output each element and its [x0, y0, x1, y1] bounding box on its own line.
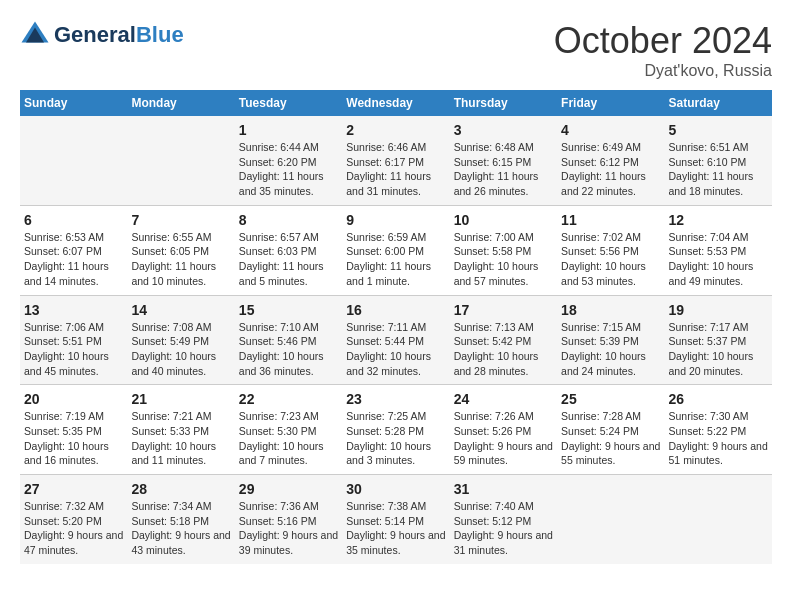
day-info: Sunrise: 7:10 AM Sunset: 5:46 PM Dayligh…	[239, 320, 338, 379]
calendar-cell: 15Sunrise: 7:10 AM Sunset: 5:46 PM Dayli…	[235, 295, 342, 385]
calendar-cell	[557, 475, 664, 564]
calendar-cell: 20Sunrise: 7:19 AM Sunset: 5:35 PM Dayli…	[20, 385, 127, 475]
calendar-cell: 31Sunrise: 7:40 AM Sunset: 5:12 PM Dayli…	[450, 475, 557, 564]
calendar-cell	[20, 116, 127, 205]
day-number: 23	[346, 391, 445, 407]
location: Dyat'kovo, Russia	[554, 62, 772, 80]
calendar-cell: 13Sunrise: 7:06 AM Sunset: 5:51 PM Dayli…	[20, 295, 127, 385]
calendar-table: SundayMondayTuesdayWednesdayThursdayFrid…	[20, 90, 772, 564]
day-info: Sunrise: 7:38 AM Sunset: 5:14 PM Dayligh…	[346, 499, 445, 558]
day-info: Sunrise: 6:57 AM Sunset: 6:03 PM Dayligh…	[239, 230, 338, 289]
day-info: Sunrise: 7:08 AM Sunset: 5:49 PM Dayligh…	[131, 320, 230, 379]
day-number: 13	[24, 302, 123, 318]
day-number: 4	[561, 122, 660, 138]
logo-icon	[20, 20, 50, 50]
day-number: 31	[454, 481, 553, 497]
day-info: Sunrise: 6:59 AM Sunset: 6:00 PM Dayligh…	[346, 230, 445, 289]
title-block: October 2024 Dyat'kovo, Russia	[554, 20, 772, 80]
day-number: 17	[454, 302, 553, 318]
weekday-header: Tuesday	[235, 90, 342, 116]
day-info: Sunrise: 7:26 AM Sunset: 5:26 PM Dayligh…	[454, 409, 553, 468]
calendar-cell: 6Sunrise: 6:53 AM Sunset: 6:07 PM Daylig…	[20, 205, 127, 295]
weekday-header: Saturday	[665, 90, 772, 116]
calendar-week-row: 13Sunrise: 7:06 AM Sunset: 5:51 PM Dayli…	[20, 295, 772, 385]
calendar-cell: 1Sunrise: 6:44 AM Sunset: 6:20 PM Daylig…	[235, 116, 342, 205]
day-info: Sunrise: 7:34 AM Sunset: 5:18 PM Dayligh…	[131, 499, 230, 558]
calendar-cell: 22Sunrise: 7:23 AM Sunset: 5:30 PM Dayli…	[235, 385, 342, 475]
calendar-cell: 30Sunrise: 7:38 AM Sunset: 5:14 PM Dayli…	[342, 475, 449, 564]
day-info: Sunrise: 6:51 AM Sunset: 6:10 PM Dayligh…	[669, 140, 768, 199]
logo-text: GeneralBlue	[54, 23, 184, 47]
calendar-cell: 7Sunrise: 6:55 AM Sunset: 6:05 PM Daylig…	[127, 205, 234, 295]
weekday-header: Sunday	[20, 90, 127, 116]
calendar-week-row: 27Sunrise: 7:32 AM Sunset: 5:20 PM Dayli…	[20, 475, 772, 564]
day-number: 20	[24, 391, 123, 407]
day-number: 15	[239, 302, 338, 318]
day-info: Sunrise: 7:32 AM Sunset: 5:20 PM Dayligh…	[24, 499, 123, 558]
day-info: Sunrise: 7:11 AM Sunset: 5:44 PM Dayligh…	[346, 320, 445, 379]
day-info: Sunrise: 7:04 AM Sunset: 5:53 PM Dayligh…	[669, 230, 768, 289]
day-number: 30	[346, 481, 445, 497]
day-number: 6	[24, 212, 123, 228]
day-info: Sunrise: 6:55 AM Sunset: 6:05 PM Dayligh…	[131, 230, 230, 289]
calendar-cell: 29Sunrise: 7:36 AM Sunset: 5:16 PM Dayli…	[235, 475, 342, 564]
calendar-cell: 12Sunrise: 7:04 AM Sunset: 5:53 PM Dayli…	[665, 205, 772, 295]
day-number: 1	[239, 122, 338, 138]
calendar-cell: 8Sunrise: 6:57 AM Sunset: 6:03 PM Daylig…	[235, 205, 342, 295]
calendar-cell: 2Sunrise: 6:46 AM Sunset: 6:17 PM Daylig…	[342, 116, 449, 205]
day-info: Sunrise: 7:21 AM Sunset: 5:33 PM Dayligh…	[131, 409, 230, 468]
day-number: 16	[346, 302, 445, 318]
logo: GeneralBlue	[20, 20, 184, 50]
day-info: Sunrise: 7:36 AM Sunset: 5:16 PM Dayligh…	[239, 499, 338, 558]
day-number: 22	[239, 391, 338, 407]
day-number: 2	[346, 122, 445, 138]
day-info: Sunrise: 7:06 AM Sunset: 5:51 PM Dayligh…	[24, 320, 123, 379]
day-number: 25	[561, 391, 660, 407]
day-info: Sunrise: 7:40 AM Sunset: 5:12 PM Dayligh…	[454, 499, 553, 558]
calendar-cell: 11Sunrise: 7:02 AM Sunset: 5:56 PM Dayli…	[557, 205, 664, 295]
day-number: 11	[561, 212, 660, 228]
day-number: 9	[346, 212, 445, 228]
calendar-cell: 18Sunrise: 7:15 AM Sunset: 5:39 PM Dayli…	[557, 295, 664, 385]
day-number: 8	[239, 212, 338, 228]
day-info: Sunrise: 7:28 AM Sunset: 5:24 PM Dayligh…	[561, 409, 660, 468]
calendar-cell: 14Sunrise: 7:08 AM Sunset: 5:49 PM Dayli…	[127, 295, 234, 385]
calendar-cell: 23Sunrise: 7:25 AM Sunset: 5:28 PM Dayli…	[342, 385, 449, 475]
day-info: Sunrise: 7:00 AM Sunset: 5:58 PM Dayligh…	[454, 230, 553, 289]
calendar-cell: 17Sunrise: 7:13 AM Sunset: 5:42 PM Dayli…	[450, 295, 557, 385]
calendar-cell: 27Sunrise: 7:32 AM Sunset: 5:20 PM Dayli…	[20, 475, 127, 564]
day-info: Sunrise: 7:23 AM Sunset: 5:30 PM Dayligh…	[239, 409, 338, 468]
month-title: October 2024	[554, 20, 772, 62]
day-number: 7	[131, 212, 230, 228]
calendar-cell: 21Sunrise: 7:21 AM Sunset: 5:33 PM Dayli…	[127, 385, 234, 475]
day-info: Sunrise: 7:30 AM Sunset: 5:22 PM Dayligh…	[669, 409, 768, 468]
day-number: 26	[669, 391, 768, 407]
day-info: Sunrise: 6:44 AM Sunset: 6:20 PM Dayligh…	[239, 140, 338, 199]
weekday-header: Friday	[557, 90, 664, 116]
calendar-cell: 5Sunrise: 6:51 AM Sunset: 6:10 PM Daylig…	[665, 116, 772, 205]
day-info: Sunrise: 7:02 AM Sunset: 5:56 PM Dayligh…	[561, 230, 660, 289]
day-number: 19	[669, 302, 768, 318]
day-info: Sunrise: 6:49 AM Sunset: 6:12 PM Dayligh…	[561, 140, 660, 199]
calendar-cell: 25Sunrise: 7:28 AM Sunset: 5:24 PM Dayli…	[557, 385, 664, 475]
calendar-cell: 26Sunrise: 7:30 AM Sunset: 5:22 PM Dayli…	[665, 385, 772, 475]
day-info: Sunrise: 7:15 AM Sunset: 5:39 PM Dayligh…	[561, 320, 660, 379]
day-info: Sunrise: 7:19 AM Sunset: 5:35 PM Dayligh…	[24, 409, 123, 468]
calendar-week-row: 20Sunrise: 7:19 AM Sunset: 5:35 PM Dayli…	[20, 385, 772, 475]
calendar-cell: 9Sunrise: 6:59 AM Sunset: 6:00 PM Daylig…	[342, 205, 449, 295]
day-number: 21	[131, 391, 230, 407]
day-info: Sunrise: 7:17 AM Sunset: 5:37 PM Dayligh…	[669, 320, 768, 379]
calendar-cell	[665, 475, 772, 564]
day-number: 18	[561, 302, 660, 318]
day-number: 28	[131, 481, 230, 497]
weekday-header-row: SundayMondayTuesdayWednesdayThursdayFrid…	[20, 90, 772, 116]
calendar-week-row: 6Sunrise: 6:53 AM Sunset: 6:07 PM Daylig…	[20, 205, 772, 295]
day-info: Sunrise: 6:48 AM Sunset: 6:15 PM Dayligh…	[454, 140, 553, 199]
calendar-cell: 10Sunrise: 7:00 AM Sunset: 5:58 PM Dayli…	[450, 205, 557, 295]
day-info: Sunrise: 6:53 AM Sunset: 6:07 PM Dayligh…	[24, 230, 123, 289]
day-number: 12	[669, 212, 768, 228]
day-info: Sunrise: 6:46 AM Sunset: 6:17 PM Dayligh…	[346, 140, 445, 199]
calendar-week-row: 1Sunrise: 6:44 AM Sunset: 6:20 PM Daylig…	[20, 116, 772, 205]
day-number: 27	[24, 481, 123, 497]
weekday-header: Monday	[127, 90, 234, 116]
